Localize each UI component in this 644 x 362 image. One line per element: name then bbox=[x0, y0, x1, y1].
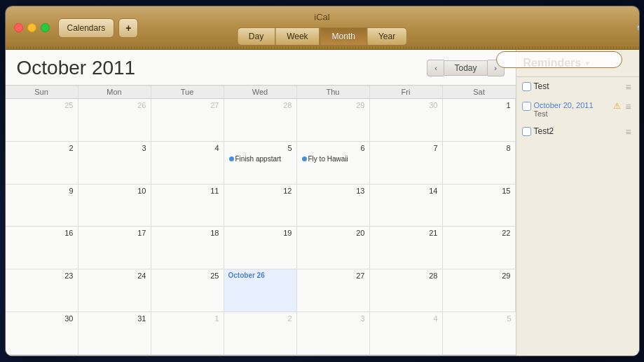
cal-cell-24[interactable]: 19 bbox=[224, 227, 297, 269]
minimize-button[interactable] bbox=[27, 23, 36, 32]
view-switcher: Day Week Month Year bbox=[237, 27, 407, 46]
cal-cell-13[interactable]: 8 bbox=[443, 142, 516, 185]
reminder-checkbox-2[interactable] bbox=[522, 102, 531, 111]
today-button[interactable]: Today bbox=[444, 60, 487, 76]
cal-cell-1[interactable]: 26 bbox=[78, 99, 151, 142]
cal-cell-10[interactable]: 5Finish appstart bbox=[224, 142, 297, 185]
cal-cell-28[interactable]: 23 bbox=[6, 269, 78, 312]
day-num-1: 26 bbox=[81, 100, 148, 110]
event-10-0[interactable]: Finish appstart bbox=[227, 154, 294, 163]
reminder-item-2[interactable]: October 20, 2011 Test ⚠ ≡ bbox=[516, 97, 639, 122]
view-month-button[interactable]: Month bbox=[320, 27, 367, 46]
day-num-38: 2 bbox=[227, 314, 294, 323]
day-header-sat: Sat bbox=[443, 86, 516, 98]
reminder-item-3[interactable]: Test2 ≡ bbox=[516, 122, 639, 142]
close-button[interactable] bbox=[14, 23, 23, 32]
toolbar-left: Calendars + bbox=[58, 18, 139, 38]
day-num-35: 30 bbox=[8, 314, 75, 323]
cal-cell-11[interactable]: 6Fly to Hawaii bbox=[297, 142, 370, 185]
cal-cell-15[interactable]: 10 bbox=[78, 185, 151, 227]
view-day-button[interactable]: Day bbox=[237, 27, 275, 46]
day-num-40: 4 bbox=[373, 314, 439, 323]
day-num-10: 5 bbox=[227, 143, 294, 153]
calendars-button[interactable]: Calendars bbox=[58, 18, 115, 38]
day-num-26: 21 bbox=[373, 228, 439, 238]
cal-cell-36[interactable]: 31 bbox=[78, 312, 151, 355]
cal-cell-0[interactable]: 25 bbox=[6, 99, 78, 142]
day-headers: Sun Mon Tue Wed Thu Fri Sat bbox=[6, 85, 516, 99]
day-num-8: 3 bbox=[81, 143, 148, 153]
day-header-tue: Tue bbox=[151, 86, 224, 98]
cal-cell-32[interactable]: 27 bbox=[297, 269, 370, 312]
cal-cell-17[interactable]: 12 bbox=[224, 185, 297, 227]
cal-cell-37[interactable]: 1 bbox=[151, 312, 224, 355]
window-title: iCal bbox=[314, 12, 329, 22]
cal-cell-30[interactable]: 25 bbox=[151, 269, 224, 312]
day-num-32: 27 bbox=[300, 271, 366, 281]
day-num-5: 30 bbox=[373, 100, 439, 110]
view-week-button[interactable]: Week bbox=[275, 27, 320, 46]
cal-cell-23[interactable]: 18 bbox=[151, 227, 224, 269]
nav-controls: ‹ Today › bbox=[427, 60, 504, 76]
cal-cell-29[interactable]: 24 bbox=[78, 269, 151, 312]
cal-cell-6[interactable]: 1 bbox=[443, 99, 516, 142]
cal-cell-2[interactable]: 27 bbox=[151, 99, 224, 142]
cal-cell-18[interactable]: 13 bbox=[297, 185, 370, 227]
cal-cell-21[interactable]: 16 bbox=[6, 227, 78, 269]
cal-cell-7[interactable]: 2 bbox=[6, 142, 78, 185]
reminder-menu-3[interactable]: ≡ bbox=[624, 126, 633, 138]
cal-cell-39[interactable]: 3 bbox=[297, 312, 370, 355]
cal-cell-34[interactable]: 29 bbox=[443, 269, 516, 312]
cal-cell-5[interactable]: 30 bbox=[370, 99, 443, 142]
day-num-37: 1 bbox=[154, 314, 221, 323]
cal-cell-9[interactable]: 4 bbox=[151, 142, 224, 185]
reminder-menu-1[interactable]: ≡ bbox=[624, 81, 633, 93]
cal-cell-14[interactable]: 9 bbox=[6, 185, 78, 227]
day-num-7: 2 bbox=[8, 143, 75, 153]
day-num-4: 29 bbox=[300, 100, 366, 110]
day-header-thu: Thu bbox=[297, 86, 370, 98]
maximize-button[interactable] bbox=[41, 23, 50, 32]
cal-cell-4[interactable]: 29 bbox=[297, 99, 370, 142]
day-num-34: 29 bbox=[446, 271, 512, 281]
day-num-13: 8 bbox=[446, 143, 512, 153]
month-title: October 2011 bbox=[17, 57, 427, 79]
cal-cell-38[interactable]: 2 bbox=[224, 312, 297, 355]
cal-cell-40[interactable]: 4 bbox=[370, 312, 443, 355]
day-num-39: 3 bbox=[300, 314, 366, 323]
day-num-41: 5 bbox=[446, 314, 513, 323]
event-11-0[interactable]: Fly to Hawaii bbox=[300, 154, 366, 163]
reminder-menu-2[interactable]: ≡ bbox=[624, 101, 633, 112]
reminder-checkbox-1[interactable] bbox=[522, 82, 531, 91]
reminder-item-1[interactable]: Test ≡ bbox=[516, 77, 639, 97]
day-num-3: 28 bbox=[227, 100, 294, 110]
reminder-content-3: Test2 bbox=[534, 126, 621, 136]
cal-cell-19[interactable]: 14 bbox=[370, 185, 443, 227]
cal-cell-41[interactable]: 5 bbox=[443, 312, 516, 355]
cal-cell-20[interactable]: 15 bbox=[443, 185, 516, 227]
search-input[interactable] bbox=[496, 51, 622, 68]
reminder-content-2: October 20, 2011 Test bbox=[534, 101, 610, 118]
cal-cell-26[interactable]: 21 bbox=[370, 227, 443, 269]
day-num-33: 28 bbox=[373, 271, 439, 281]
traffic-lights bbox=[14, 23, 50, 32]
reminder-checkbox-3[interactable] bbox=[522, 127, 531, 136]
reminders-panel: Reminders ▼ Test ≡ October 20, 2011 Test… bbox=[516, 50, 639, 356]
day-num-23: 18 bbox=[154, 228, 221, 238]
day-num-9: 4 bbox=[154, 143, 221, 153]
cal-cell-27[interactable]: 22 bbox=[443, 227, 516, 269]
add-button[interactable]: + bbox=[118, 18, 138, 38]
day-num-21: 16 bbox=[8, 228, 75, 238]
cal-cell-35[interactable]: 30 bbox=[6, 312, 78, 355]
cal-cell-12[interactable]: 7 bbox=[370, 142, 443, 185]
cal-cell-3[interactable]: 28 bbox=[224, 99, 297, 142]
cal-cell-25[interactable]: 20 bbox=[297, 227, 370, 269]
cal-cell-8[interactable]: 3 bbox=[78, 142, 151, 185]
cal-cell-33[interactable]: 28 bbox=[370, 269, 443, 312]
cal-cell-31[interactable]: October 26 bbox=[224, 269, 297, 312]
cal-cell-22[interactable]: 17 bbox=[78, 227, 151, 269]
view-year-button[interactable]: Year bbox=[367, 27, 407, 46]
cal-cell-16[interactable]: 11 bbox=[151, 185, 224, 227]
prev-month-button[interactable]: ‹ bbox=[427, 60, 444, 76]
day-num-20: 15 bbox=[446, 186, 512, 196]
